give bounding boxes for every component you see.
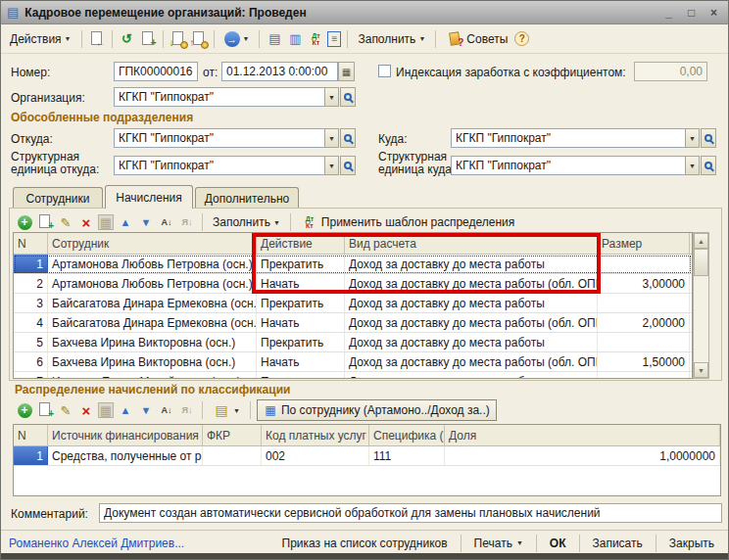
from-search-button[interactable] bbox=[340, 128, 356, 148]
copy-document-icon[interactable]: + bbox=[139, 30, 157, 48]
column-header-paid-code[interactable]: Код платных услуг bbox=[262, 425, 369, 445]
table-row[interactable]: 5 Бахчева Ирина Викторовна (осн.) Прекра… bbox=[14, 333, 692, 352]
employee-cell[interactable]: Байсагатова Динара Ермековна (осн.) bbox=[48, 294, 257, 312]
add-row-icon[interactable]: + bbox=[18, 403, 32, 418]
chevron-down-icon[interactable]: ▼ bbox=[685, 128, 700, 148]
amount-cell[interactable] bbox=[598, 294, 690, 312]
organization-search-button[interactable] bbox=[340, 87, 356, 107]
share-cell[interactable]: 1,0000000 bbox=[445, 446, 720, 465]
dt-kt-icon[interactable]: Дт Кт bbox=[307, 30, 324, 48]
apply-distribution-template-button[interactable]: Дт Кт Применить шаблон распределения bbox=[297, 211, 518, 233]
distribution-settings-button[interactable]: ▤ ▼ bbox=[209, 399, 244, 421]
order-list-button[interactable]: Приказ на список сотрудников bbox=[276, 535, 454, 552]
employee-cell[interactable]: Артамонова Любовь Петровна (осн.) bbox=[48, 274, 257, 293]
column-header-source[interactable]: Источник финансирования bbox=[48, 425, 203, 445]
row-number-cell[interactable]: 1 bbox=[14, 446, 48, 465]
paid-code-cell[interactable]: 002 bbox=[262, 446, 369, 465]
amount-cell[interactable]: 1,50000 bbox=[598, 352, 690, 371]
move-down-icon[interactable]: ▼ bbox=[137, 213, 155, 231]
delete-row-icon[interactable]: × bbox=[77, 401, 95, 419]
calc-type-cell[interactable]: Доход за доставку до места работы (обл. … bbox=[345, 313, 598, 332]
column-header-share[interactable]: Доля bbox=[445, 425, 720, 445]
row-number-cell[interactable]: 2 bbox=[14, 274, 48, 293]
table-row[interactable]: 1 Артамонова Любовь Петровна (осн.) Прек… bbox=[14, 255, 692, 274]
action-cell[interactable]: Начать bbox=[257, 352, 345, 371]
employee-cell[interactable]: Байсагатова Динара Ермековна (осн.) bbox=[48, 313, 257, 332]
refresh-icon[interactable]: ↺ bbox=[119, 30, 136, 48]
action-cell[interactable]: Прекратить bbox=[257, 255, 345, 273]
action-cell[interactable]: Прекратить bbox=[257, 294, 345, 312]
print-menu-button[interactable]: Печать ▼ bbox=[468, 535, 529, 552]
action-cell[interactable]: Прекратить bbox=[257, 333, 345, 351]
save-button[interactable]: Записать bbox=[587, 535, 649, 552]
table-row[interactable]: 3 Байсагатова Динара Ермековна (осн.) Пр… bbox=[14, 294, 692, 313]
responsible-user-link[interactable]: Романенко Алексей Дмитриев... bbox=[9, 537, 184, 550]
column-header-action[interactable]: Действие bbox=[257, 233, 345, 254]
comment-input[interactable]: Документ создан автоматически сервисной … bbox=[99, 503, 722, 523]
report-icon[interactable]: ≡ bbox=[327, 31, 341, 47]
column-header-n[interactable]: N bbox=[14, 233, 48, 254]
maximize-button[interactable]: □ bbox=[683, 4, 700, 21]
to-input[interactable]: КГКП "Гиппократ" bbox=[451, 128, 686, 148]
from-input[interactable]: КГКП "Гиппократ" bbox=[114, 128, 325, 148]
unit-from-input[interactable]: КГКП "Гиппократ" bbox=[114, 156, 325, 175]
column-header-fkr[interactable]: ФКР bbox=[203, 425, 262, 445]
row-number-cell[interactable]: 7 bbox=[14, 372, 48, 379]
column-header-amount[interactable]: Размер bbox=[598, 233, 690, 254]
move-up-icon[interactable]: ▲ bbox=[117, 213, 134, 231]
table-row[interactable]: 4 Байсагатова Динара Ермековна (осн.) На… bbox=[14, 313, 692, 333]
table-row[interactable]: 2 Артамонова Любовь Петровна (осн.) Нача… bbox=[14, 274, 692, 294]
calc-type-cell[interactable]: Доход за доставку до места работы bbox=[345, 372, 598, 379]
row-number-cell[interactable]: 4 bbox=[14, 313, 48, 332]
goto-menu-button[interactable]: → ▼ bbox=[220, 29, 254, 49]
calc-type-cell[interactable]: Доход за доставку до места работы (обл. … bbox=[345, 274, 598, 293]
unit-from-search-button[interactable] bbox=[340, 156, 356, 175]
calendar-icon[interactable]: ▦ bbox=[338, 62, 355, 81]
actions-menu-button[interactable]: Действия ▼ bbox=[6, 30, 75, 48]
row-number-cell[interactable]: 3 bbox=[14, 294, 48, 312]
edit-row-icon[interactable]: ✎ bbox=[57, 213, 74, 231]
employee-cell[interactable]: Иванова Елена Михайловна (осн.) bbox=[48, 372, 257, 379]
unit-to-search-button[interactable] bbox=[701, 156, 716, 175]
action-cell[interactable]: Прекратить bbox=[257, 372, 345, 379]
column-header-n[interactable]: N bbox=[14, 425, 48, 445]
action-cell[interactable]: Начать bbox=[257, 274, 345, 293]
help-icon[interactable]: ? bbox=[514, 31, 529, 46]
employee-cell[interactable]: Бахчева Ирина Викторовна (осн.) bbox=[48, 333, 257, 351]
amount-cell[interactable] bbox=[598, 333, 690, 351]
by-employee-filter-button[interactable]: ▦ По сотруднику (Артамоно../Доход за..) bbox=[257, 399, 497, 421]
chevron-down-icon[interactable]: ▼ bbox=[324, 87, 339, 107]
tips-button[interactable]: ? Советы bbox=[442, 28, 511, 50]
delete-row-icon[interactable]: × bbox=[77, 213, 95, 231]
copy-row-icon[interactable]: + bbox=[36, 213, 54, 231]
sort-ascending-icon[interactable]: А↓ bbox=[158, 401, 175, 419]
reread-document-icon[interactable]: ← bbox=[88, 30, 106, 48]
close-form-button[interactable]: Закрыть bbox=[663, 535, 720, 552]
employee-cell[interactable]: Артамонова Любовь Петровна (осн.) bbox=[48, 255, 257, 273]
amount-cell[interactable] bbox=[598, 255, 690, 273]
post-document-icon[interactable]: ↓ bbox=[170, 30, 187, 48]
edit-row-icon[interactable]: ✎ bbox=[57, 401, 74, 419]
row-number-cell[interactable]: 6 bbox=[14, 352, 48, 371]
chevron-down-icon[interactable]: ▼ bbox=[685, 156, 700, 175]
action-cell[interactable]: Начать bbox=[257, 313, 345, 332]
to-search-button[interactable] bbox=[701, 128, 716, 148]
copy-row-icon[interactable]: + bbox=[36, 401, 54, 419]
calc-type-cell[interactable]: Доход за доставку до места работы (обл. … bbox=[345, 352, 598, 371]
number-input[interactable]: ГПК00000016 bbox=[114, 62, 198, 81]
add-row-icon[interactable]: + bbox=[18, 215, 32, 230]
ok-button[interactable]: ОК bbox=[544, 535, 572, 552]
fkr-cell[interactable] bbox=[203, 446, 262, 465]
amount-cell[interactable]: 3,00000 bbox=[598, 274, 690, 293]
table-row-clipped[interactable]: 7 Иванова Елена Михайловна (осн.) Прекра… bbox=[14, 372, 692, 379]
scroll-up-icon[interactable]: ▲ bbox=[694, 233, 708, 249]
tab-employees[interactable]: Сотрудники bbox=[13, 187, 103, 209]
column-header-calc-type[interactable]: Вид расчета bbox=[345, 233, 598, 254]
unit-to-input[interactable]: КГКП "Гиппократ" bbox=[451, 156, 686, 175]
tab-accruals[interactable]: Начисления bbox=[105, 185, 193, 209]
table-row[interactable]: 1 Средства, полученные от реализации тов… bbox=[14, 446, 720, 466]
move-up-icon[interactable]: ▲ bbox=[117, 401, 134, 419]
specifics-cell[interactable]: 111 bbox=[369, 446, 445, 465]
row-number-cell[interactable]: 1 bbox=[14, 255, 48, 273]
accruals-fill-menu-button[interactable]: Заполнить ▼ bbox=[209, 213, 284, 231]
